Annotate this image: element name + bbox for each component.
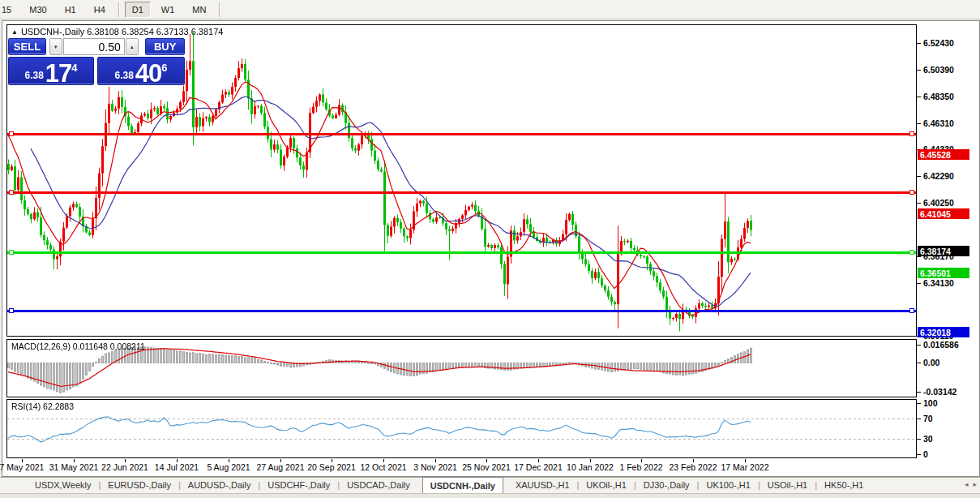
timeframe-toolbar: 15M30H1H4D1W1MN xyxy=(0,0,980,19)
date-label: 17 Dec 2021 xyxy=(514,462,563,472)
timeframe-button-m30[interactable]: M30 xyxy=(22,2,53,18)
chart-tab-uk100-h1[interactable]: UK100-,H1 xyxy=(699,478,757,493)
chart-title: ▲USDCNH-,Daily 6.38108 6.38254 6.37133 6… xyxy=(11,27,223,36)
volume-input[interactable] xyxy=(63,38,125,55)
price-badge-6.41045: 6.41045 xyxy=(918,208,969,219)
chart-tab-dj30-daily[interactable]: DJ30-,Daily xyxy=(636,478,697,493)
buy-price-big: 40 xyxy=(135,62,161,84)
chart-ohlc-values: 6.38108 6.38254 6.37133 6.38174 xyxy=(87,27,223,36)
chart-tab-usoil-h1[interactable]: USOil-,H1 xyxy=(760,478,815,493)
price-axis[interactable]: 6.524306.503906.483506.463106.443306.422… xyxy=(917,21,979,475)
axis-tick xyxy=(917,43,921,44)
buy-price-prefix: 6.38 xyxy=(114,70,133,81)
rsi-scale-label: 100 xyxy=(923,398,938,408)
toolbar-separator xyxy=(219,2,220,17)
sell-price-box[interactable]: 6.38 17 4 xyxy=(8,57,94,85)
volume-increase-button[interactable]: ▴ xyxy=(126,38,139,55)
date-label: 22 Jun 2021 xyxy=(101,462,148,472)
date-label: 17 Mar 2022 xyxy=(721,462,769,472)
price-tick-label: 6.34130 xyxy=(923,278,954,288)
collapse-triangle-icon[interactable]: ▲ xyxy=(11,28,18,36)
mt4-terminal: 15M30H1H4D1W1MN ▲USDCNH-,Daily 6.38108 6… xyxy=(0,0,980,498)
axis-tick xyxy=(917,123,921,124)
chart-tab-ukoil-h1[interactable]: UKOil-,H1 xyxy=(579,478,634,493)
date-label: 3 Nov 2021 xyxy=(413,462,457,472)
date-label: 5 Aug 2021 xyxy=(207,462,250,472)
rsi-indicator-pane[interactable] xyxy=(6,399,917,458)
price-badge-6.32018: 6.32018 xyxy=(918,327,969,337)
chart-tab-usdx-weekly[interactable]: USDX,Weekly xyxy=(28,478,98,493)
date-label: 7 May 2021 xyxy=(0,462,44,472)
spin-up-icon: ▴ xyxy=(131,44,134,50)
axis-tick xyxy=(917,283,921,284)
axis-tick xyxy=(917,363,921,363)
date-label: 10 Jan 2022 xyxy=(567,462,614,472)
buy-price-pip: 6 xyxy=(161,62,167,74)
chart-tab-usdcad-daily[interactable]: USDCAD-,Daily xyxy=(340,478,417,493)
macd-scale-label: -0.03142 xyxy=(923,387,956,397)
date-label: 25 Nov 2021 xyxy=(462,462,511,472)
date-label: 1 Feb 2022 xyxy=(619,462,662,472)
chart-tab-eurusd-daily[interactable]: EURUSD-,Daily xyxy=(101,478,178,493)
buy-price-box[interactable]: 6.38 40 6 xyxy=(97,57,185,85)
axis-tick xyxy=(917,97,921,97)
one-click-trading-panel: SELL ▾ ▴ BUY 6.38 17 4 6.38 40 6 xyxy=(8,38,185,85)
chart-symbol-label: USDCNH-,Daily xyxy=(21,27,84,36)
axis-tick xyxy=(917,419,921,419)
price-tick-label: 6.52430 xyxy=(923,38,954,48)
macd-scale-label: 0.00 xyxy=(923,358,939,367)
date-axis[interactable]: 7 May 202131 May 202122 Jun 202114 Jul 2… xyxy=(6,459,917,475)
price-tick-label: 6.40250 xyxy=(923,198,954,208)
axis-tick xyxy=(917,439,921,440)
axis-tick xyxy=(917,403,921,404)
volume-decrease-button[interactable]: ▾ xyxy=(49,38,62,55)
sell-price-big: 17 xyxy=(45,62,71,84)
sell-price-prefix: 6.38 xyxy=(24,70,43,81)
date-label: 31 May 2021 xyxy=(49,462,99,472)
axis-tick xyxy=(917,176,921,177)
price-tick-label: 6.50390 xyxy=(923,65,954,75)
rsi-scale-label: 30 xyxy=(923,434,933,444)
price-tick-label: 6.48350 xyxy=(923,92,954,101)
date-label: 20 Sep 2021 xyxy=(307,462,356,472)
date-label: 14 Jul 2021 xyxy=(155,462,199,472)
sell-button[interactable]: SELL xyxy=(8,38,46,55)
timeframe-button-h4[interactable]: H4 xyxy=(87,2,113,18)
timeframe-button-15[interactable]: 15 xyxy=(0,2,19,18)
price-badge-6.38174: 6.38174 xyxy=(918,246,969,256)
date-label: 27 Aug 2021 xyxy=(257,462,305,472)
timeframe-button-h1[interactable]: H1 xyxy=(58,2,83,18)
chart-tab-audusd-daily[interactable]: AUDUSD-,Daily xyxy=(181,478,259,493)
chart-tab-usdcnh-daily[interactable]: USDCNH-,Daily xyxy=(422,477,503,493)
macd-label: MACD(12,26,9) 0.011648 0.008211 xyxy=(11,341,145,351)
price-tick-label: 6.42290 xyxy=(923,171,954,181)
status-strip xyxy=(0,493,980,498)
rsi-scale-label: 70 xyxy=(923,414,933,423)
date-label: 12 Oct 2021 xyxy=(360,462,406,472)
date-label: 23 Feb 2022 xyxy=(670,462,717,472)
macd-scale-label: 0.016586 xyxy=(923,340,959,350)
chart-tab-bar: USDX,Weekly|EURUSD-,Daily|AUDUSD-,Daily|… xyxy=(0,477,980,493)
axis-tick xyxy=(917,345,921,346)
buy-button[interactable]: BUY xyxy=(145,38,185,55)
price-badge-6.45528: 6.45528 xyxy=(918,149,969,160)
timeframe-button-d1[interactable]: D1 xyxy=(125,2,151,18)
axis-tick xyxy=(917,392,921,393)
timeframe-button-w1[interactable]: W1 xyxy=(154,2,182,18)
sell-price-pip: 4 xyxy=(71,62,77,74)
spin-down-icon: ▾ xyxy=(54,44,58,50)
rsi-scale-label: 0 xyxy=(923,449,928,459)
axis-tick xyxy=(917,454,921,455)
tab-scroll-right-button[interactable]: ▸ xyxy=(973,480,977,488)
chart-tab-usdchf-daily[interactable]: USDCHF-,Daily xyxy=(260,478,337,493)
chart-tab-hk50-h1[interactable]: HK50-,H1 xyxy=(817,478,871,493)
axis-tick xyxy=(917,203,921,204)
axis-tick xyxy=(917,256,921,257)
price-tick-label: 6.46310 xyxy=(923,118,954,128)
chart-tab-xauusd-h1[interactable]: XAUUSD-,H1 xyxy=(508,478,577,493)
tab-scroll-left-button[interactable]: ◂ xyxy=(965,480,969,488)
timeframe-button-mn[interactable]: MN xyxy=(185,2,213,18)
rsi-label: RSI(14) 62.2883 xyxy=(11,401,74,411)
axis-tick xyxy=(917,70,921,71)
toolbar-separator xyxy=(118,2,119,17)
